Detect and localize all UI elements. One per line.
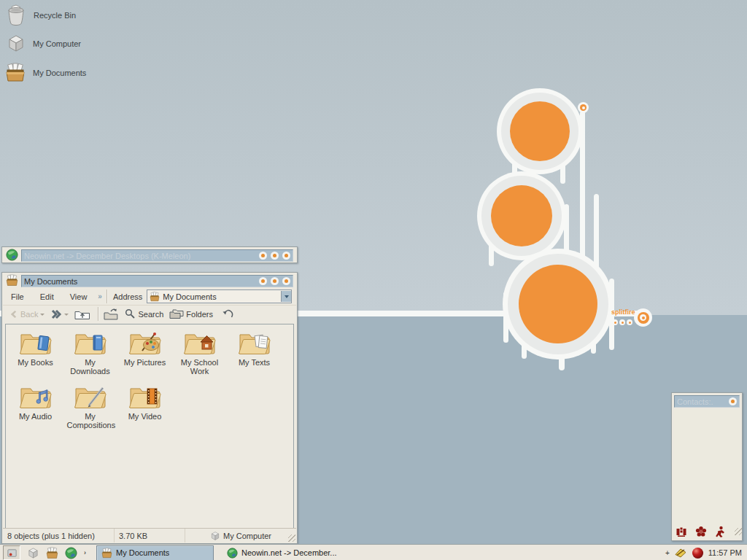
status-size: 3.70 KB — [119, 532, 147, 540]
search-button[interactable]: Search — [122, 308, 166, 319]
my-computer-icon — [7, 34, 26, 53]
im-protocol-icon[interactable] — [676, 526, 687, 537]
quick-launch-overflow[interactable]: › — [84, 549, 86, 556]
wallpaper-circle — [491, 185, 552, 246]
address-combo[interactable]: My Documents — [147, 289, 292, 303]
my-documents-icon — [6, 274, 18, 287]
status-bar: 8 objects (plus 1 hidden) 3.70 KB My Com… — [3, 528, 296, 542]
quick-launch: › — [0, 545, 91, 560]
folder-icon-compositions — [74, 384, 107, 410]
menu-view[interactable]: View — [62, 292, 96, 301]
task-button-my-documents[interactable]: My Documents — [96, 545, 214, 560]
signature-circle — [642, 316, 645, 319]
folder-go-icon — [104, 308, 119, 320]
kmeleon-globe-icon[interactable] — [65, 547, 77, 559]
window-my-documents: My Documents File Edit View » Address My… — [1, 272, 298, 544]
up-folder-icon — [74, 308, 90, 320]
my-computer-icon — [210, 531, 220, 541]
undo-icon — [222, 309, 234, 319]
window-title: Contacts:. — [677, 397, 725, 406]
desktop-icon-label: Recycle Bin — [34, 11, 76, 20]
minimize-button[interactable] — [259, 277, 267, 285]
resize-grip[interactable] — [735, 528, 742, 535]
menu-edit[interactable]: Edit — [32, 292, 62, 301]
folder-icon-school-work — [183, 330, 217, 356]
signature-dot — [629, 322, 631, 324]
back-button[interactable]: Back — [3, 309, 47, 319]
kmeleon-globe-icon — [227, 548, 238, 559]
folder-item-my-downloads[interactable]: My Downloads — [63, 330, 117, 376]
divider — [98, 307, 98, 321]
desktop-icon-my-documents[interactable]: My Documents — [5, 63, 86, 82]
forward-button[interactable] — [47, 309, 71, 319]
folder-item-my-pictures[interactable]: My Pictures — [117, 330, 172, 376]
menu-bar: File Edit View » Address My Documents — [3, 288, 296, 306]
neowin-titlebar[interactable]: Neowin.net -> December Desktops (K-Meleo… — [2, 247, 297, 262]
folder-item-my-audio[interactable]: My Audio — [8, 384, 63, 429]
desktop-icon-recycle-bin[interactable]: Recycle Bin — [6, 4, 76, 26]
explorer-titlebar[interactable]: My Documents — [2, 273, 297, 288]
folder-item-my-books[interactable]: My Books — [8, 330, 63, 376]
folder-label: My Pictures — [122, 358, 169, 367]
my-documents-icon — [150, 292, 160, 302]
my-documents-icon[interactable] — [46, 547, 58, 559]
red-orb-tray-icon[interactable] — [692, 547, 704, 559]
taskbar: › My Documents Neowin.net -> December...… — [0, 544, 747, 560]
address-label: Address — [107, 292, 147, 301]
folders-icon — [169, 308, 184, 319]
aim-man-icon[interactable] — [715, 526, 727, 537]
back-arrow-icon — [9, 309, 18, 319]
address-value: My Documents — [163, 292, 278, 301]
folder-item-my-texts[interactable]: My Texts — [227, 330, 282, 376]
close-button[interactable] — [282, 252, 290, 260]
taskbar-clock[interactable]: 11:57 PM — [708, 548, 742, 557]
folder-item-my-video[interactable]: My Video — [117, 384, 172, 429]
icq-flower-icon[interactable] — [695, 526, 707, 537]
protocol-buttons — [676, 526, 742, 537]
folder-view: My Books My Downloads — [5, 324, 294, 529]
connection-tray-icon[interactable] — [674, 546, 687, 559]
my-documents-icon — [101, 548, 112, 559]
recycle-bin-icon — [6, 4, 26, 26]
folders-button[interactable]: Folders — [166, 308, 216, 319]
folder-item-my-compositions[interactable]: My Compositions — [63, 384, 117, 429]
minimize-button[interactable] — [259, 252, 267, 260]
wallpaper-dot — [582, 106, 585, 109]
maximize-button[interactable] — [271, 252, 279, 260]
show-desktop-icon — [7, 548, 18, 559]
my-computer-icon[interactable] — [27, 547, 39, 559]
toolbar: Back Se — [3, 306, 296, 322]
close-button[interactable] — [729, 397, 737, 405]
forward-arrow-icon — [50, 309, 62, 319]
my-documents-icon — [5, 63, 26, 82]
undo-button[interactable] — [219, 309, 237, 319]
folder-label: My Compositions — [67, 412, 114, 429]
hide-tray-icons-button[interactable]: + — [665, 549, 670, 557]
back-dropdown-caret — [40, 314, 44, 318]
menu-overflow-chevron[interactable]: » — [95, 292, 105, 300]
up-button[interactable] — [71, 308, 93, 320]
folder-item-my-school-work[interactable]: My School Work — [172, 330, 227, 376]
desktop-icon-label: My Computer — [33, 39, 81, 48]
folder-icon-audio — [19, 384, 53, 410]
maximize-button[interactable] — [271, 277, 279, 285]
close-button[interactable] — [282, 277, 290, 285]
window-title: Neowin.net -> December Desktops (K-Meleo… — [24, 252, 255, 260]
status-zone: My Computer — [223, 532, 271, 540]
forward-dropdown-caret — [64, 314, 69, 318]
contacts-titlebar[interactable]: Contacts:. — [672, 393, 742, 408]
search-icon — [125, 308, 136, 319]
address-dropdown-button[interactable] — [281, 291, 291, 302]
folder-go-button[interactable] — [101, 308, 122, 320]
signature-dot — [614, 322, 616, 324]
window-neowin: Neowin.net -> December Desktops (K-Meleo… — [1, 246, 298, 263]
desktop-icon-my-computer[interactable]: My Computer — [7, 34, 81, 53]
contacts-list[interactable] — [674, 409, 740, 538]
task-button-neowin[interactable]: Neowin.net -> December... — [222, 546, 342, 560]
resize-grip[interactable] — [288, 534, 295, 542]
wallpaper-circle — [519, 265, 597, 343]
show-desktop-button[interactable] — [3, 545, 20, 560]
menu-file[interactable]: File — [3, 292, 32, 301]
window-title: My Documents — [24, 277, 255, 286]
folder-icon-books — [19, 330, 53, 356]
